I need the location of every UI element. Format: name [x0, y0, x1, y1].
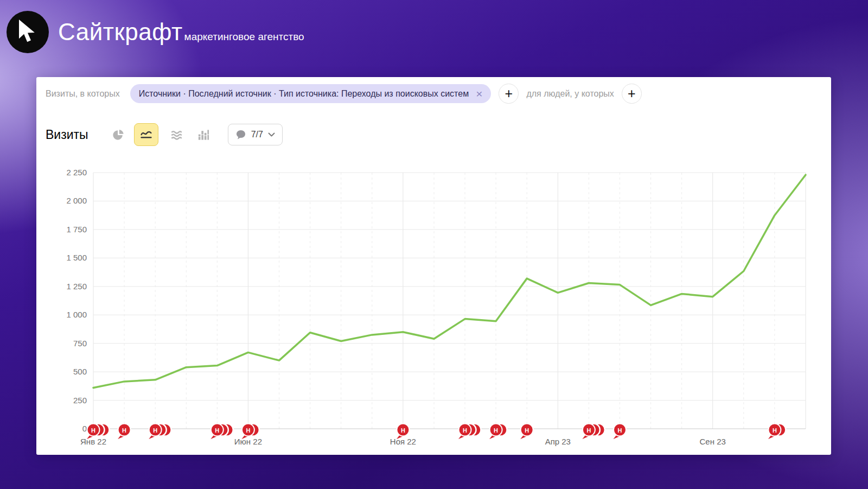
note-marker[interactable]: Н — [520, 424, 533, 440]
svg-text:Н: Н — [122, 427, 126, 434]
chart-gridlines — [93, 173, 806, 429]
metrica-widget-card: Визиты, в которых Источники · Последний … — [36, 77, 831, 455]
brand-text: Сайткрафт маркетинговое агентство — [58, 18, 304, 46]
y-axis-labels: 02505007501 0001 2501 5001 7502 0002 250 — [66, 168, 87, 433]
note-marker[interactable]: Н — [210, 424, 233, 440]
svg-text:Апр 23: Апр 23 — [545, 437, 571, 446]
note-marker[interactable]: Н — [768, 424, 786, 440]
note-marker[interactable]: Н — [489, 424, 507, 440]
brand-name: Сайткрафт — [58, 18, 183, 46]
note-marker[interactable]: Н — [614, 424, 627, 440]
note-marker[interactable]: Н — [149, 424, 171, 440]
brand-tagline: маркетинговое агентство — [184, 31, 304, 43]
page: { "brand": { "name": "Сайткрафт", "tagli… — [0, 0, 868, 489]
svg-text:Н: Н — [91, 427, 95, 434]
brand-logo — [7, 11, 49, 53]
x-axis-labels: Янв 22Июн 22Ноя 22Апр 23Сен 23 — [80, 437, 726, 446]
svg-text:Н: Н — [153, 427, 157, 434]
svg-text:500: 500 — [73, 367, 87, 376]
svg-text:Июн 22: Июн 22 — [234, 437, 262, 446]
svg-text:Н: Н — [215, 427, 219, 434]
svg-text:Н: Н — [525, 427, 529, 434]
svg-text:Н: Н — [586, 427, 591, 434]
cursor-arrow-icon — [17, 20, 39, 46]
visits-line-series — [93, 175, 806, 388]
chart-area: 02505007501 0001 2501 5001 7502 0002 250… — [36, 77, 831, 455]
svg-text:0: 0 — [82, 424, 87, 433]
svg-text:1 250: 1 250 — [66, 282, 87, 291]
note-marker[interactable]: Н — [118, 424, 131, 440]
svg-text:1 000: 1 000 — [66, 310, 87, 319]
note-marker[interactable]: Н — [458, 424, 481, 440]
visits-chart: 02505007501 0001 2501 5001 7502 0002 250… — [36, 77, 831, 455]
svg-text:Янв 22: Янв 22 — [80, 437, 106, 446]
svg-text:2 250: 2 250 — [66, 168, 87, 177]
svg-text:750: 750 — [73, 339, 87, 348]
note-marker[interactable]: Н — [582, 424, 605, 440]
svg-text:1 750: 1 750 — [66, 225, 87, 234]
svg-text:Н: Н — [246, 427, 250, 434]
svg-text:2 000: 2 000 — [66, 196, 87, 205]
svg-text:1 500: 1 500 — [66, 253, 87, 262]
svg-text:Н: Н — [618, 427, 622, 434]
svg-text:Н: Н — [494, 427, 498, 434]
svg-text:Н: Н — [773, 427, 777, 434]
brand-header: Сайткрафт маркетинговое агентство — [7, 11, 304, 53]
svg-text:Н: Н — [463, 427, 467, 434]
svg-text:250: 250 — [73, 396, 87, 405]
svg-text:Ноя 22: Ноя 22 — [390, 437, 416, 446]
svg-text:Сен 23: Сен 23 — [700, 437, 726, 446]
svg-text:Н: Н — [401, 427, 405, 434]
